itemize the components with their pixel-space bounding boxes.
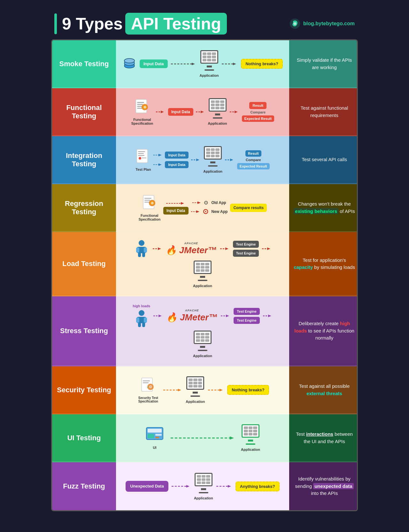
svg-marker-84 <box>220 389 223 391</box>
svg-rect-27 <box>138 155 144 156</box>
regression-right: Changes won't break the existing behavio… <box>289 184 358 232</box>
integration-desc: Test several API calls <box>302 156 347 163</box>
security-left: Security Testing <box>52 366 116 414</box>
func-input: Input Data <box>168 108 193 116</box>
svg-rect-55 <box>138 253 141 257</box>
svg-rect-88 <box>155 434 162 436</box>
fuzz-app: Application <box>194 473 213 500</box>
security-app: Application <box>186 376 205 403</box>
functional-right: Test against functional requirements <box>289 88 358 136</box>
fuzz-mid: Unexpected Data Application <box>116 462 289 510</box>
integ-app: Application <box>203 146 222 173</box>
smoke-screen <box>200 50 218 64</box>
stress-jmeter: APACHE 🔥 JMeter™ <box>166 309 218 323</box>
load-mid: APACHE 🔥 JMeter™ Test Engine Test Engine <box>116 232 289 296</box>
brand-icon <box>289 18 301 29</box>
title-bar <box>54 13 57 34</box>
svg-rect-53 <box>136 247 139 253</box>
svg-rect-29 <box>142 158 146 158</box>
fuzz-diagram: Unexpected Data Application <box>122 470 283 503</box>
svg-marker-93 <box>186 485 189 488</box>
smoke-desc: Simply validate if the APIs are working <box>293 57 356 71</box>
svg-marker-21 <box>201 111 204 113</box>
svg-rect-12 <box>137 104 143 105</box>
smoke-arrow2 <box>222 61 238 67</box>
svg-rect-11 <box>137 102 144 103</box>
fuzz-right: Identify vulnerabilities by sending unex… <box>289 462 358 510</box>
integ-inputs: Input Data Input Data <box>153 152 189 168</box>
fuzz-unexpected: Unexpected Data <box>126 481 168 492</box>
testing-grid: Smoke Testing Input Data <box>51 39 358 511</box>
ui-icon: UI <box>145 426 164 450</box>
page-title: 9 Types API Testing <box>54 13 227 35</box>
integration-left: Integration Testing <box>52 136 116 184</box>
svg-point-63 <box>139 310 144 316</box>
security-right: Test against all possible external threa… <box>289 366 358 414</box>
functional-label: Functional Testing <box>56 104 112 120</box>
regression-mid: ⚙ Functional Specification Input Data ⊙ … <box>116 184 289 232</box>
svg-rect-65 <box>136 317 139 323</box>
svg-marker-31 <box>158 154 162 156</box>
svg-rect-86 <box>148 429 162 433</box>
svg-marker-72 <box>226 315 229 317</box>
svg-marker-70 <box>158 315 162 317</box>
brand: blog.bytebytego.com <box>289 18 355 29</box>
svg-marker-19 <box>161 111 164 113</box>
regression-diagram: ⚙ Functional Specification Input Data ⊙ … <box>122 192 283 224</box>
fuzz-anything-breaks: Anything breaks? <box>235 481 280 491</box>
stress-label: Stress Testing <box>60 327 108 335</box>
svg-rect-77 <box>143 382 149 383</box>
brand-text: blog.bytebytego.com <box>303 21 355 27</box>
security-label: Security Testing <box>57 386 111 394</box>
functional-diagram: ⚙ Functional Specification Input Data <box>122 96 283 128</box>
functional-mid: ⚙ Functional Specification Input Data <box>116 88 289 136</box>
svg-point-51 <box>139 240 144 246</box>
ui-left: UI Testing <box>52 414 116 462</box>
stress-person: high loads <box>133 304 150 327</box>
svg-marker-91 <box>230 436 234 440</box>
svg-rect-66 <box>144 317 147 323</box>
security-diagram: ⚙ ✓ Security Test Specification <box>122 374 283 406</box>
func-arrow1 <box>156 109 166 115</box>
regression-left: Regression Testing <box>52 184 116 232</box>
func-screen <box>209 98 227 112</box>
integ-arrow2 <box>225 157 235 163</box>
svg-marker-95 <box>228 485 231 488</box>
func-arrow2 <box>196 109 205 115</box>
load-jmeter: APACHE 🔥 JMeter™ <box>166 242 217 255</box>
regress-apps: ⊙ Old App ⊙ New App <box>191 199 228 216</box>
svg-marker-50 <box>196 210 199 213</box>
svg-rect-68 <box>142 323 145 327</box>
stress-left: Stress Testing <box>52 296 116 366</box>
svg-marker-9 <box>233 63 236 65</box>
smoke-app: Application <box>200 50 219 77</box>
integ-testplan: Test Plan <box>135 148 151 171</box>
stress-mid: high loads APACHE 🔥 <box>116 296 289 366</box>
ui-arrow <box>171 434 235 442</box>
title-prefix: 9 Types <box>62 14 123 33</box>
svg-text:✓: ✓ <box>147 385 149 389</box>
security-spec-icon: ⚙ ✓ Security Test Specification <box>136 377 160 403</box>
stress-diagram: high loads APACHE 🔥 <box>122 301 283 360</box>
smoke-label: Smoke Testing <box>59 60 109 68</box>
svg-marker-62 <box>267 247 270 250</box>
functional-left: Functional Testing <box>52 88 116 136</box>
svg-text:⚙: ⚙ <box>149 385 152 389</box>
functional-desc: Test against functional requirements <box>293 105 356 119</box>
ui-app: Application <box>241 424 260 451</box>
header: 9 Types API Testing blog.bytebytego.com <box>51 6 358 39</box>
integration-right: Test several API calls <box>289 136 358 184</box>
smoke-data-icon <box>122 57 136 71</box>
smoke-right: Simply validate if the APIs are working <box>289 40 358 88</box>
svg-rect-54 <box>144 247 147 253</box>
svg-marker-58 <box>158 247 161 250</box>
stress-right: Deliberately create high loads to see if… <box>289 296 358 366</box>
stress-app: Application <box>193 331 212 358</box>
load-person <box>134 240 150 257</box>
security-mid: ⚙ ✓ Security Test Specification <box>116 366 289 414</box>
integ-results: Result Compare Expected Result <box>237 150 270 169</box>
integration-mid: Test Plan Input Data Input Data <box>116 136 289 184</box>
svg-marker-37 <box>230 159 233 161</box>
svg-rect-76 <box>143 380 150 381</box>
smoke-mid: Input Data Application <box>116 40 289 88</box>
